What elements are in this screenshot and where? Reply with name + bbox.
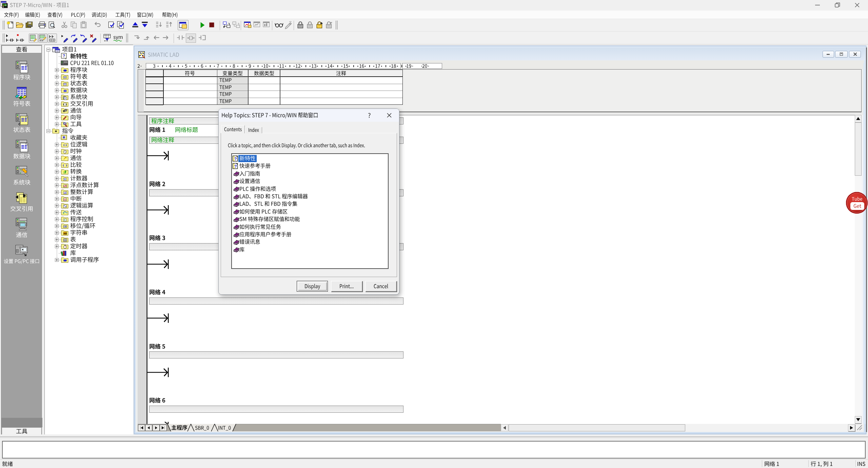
svg-text:AB: AB — [63, 232, 67, 235]
svg-text:?: ? — [234, 163, 237, 169]
svg-text:±R: ±R — [64, 185, 67, 187]
svg-text:?: ? — [63, 54, 65, 58]
svg-text:±I: ±I — [64, 192, 66, 194]
svg-text:?: ? — [234, 156, 237, 161]
